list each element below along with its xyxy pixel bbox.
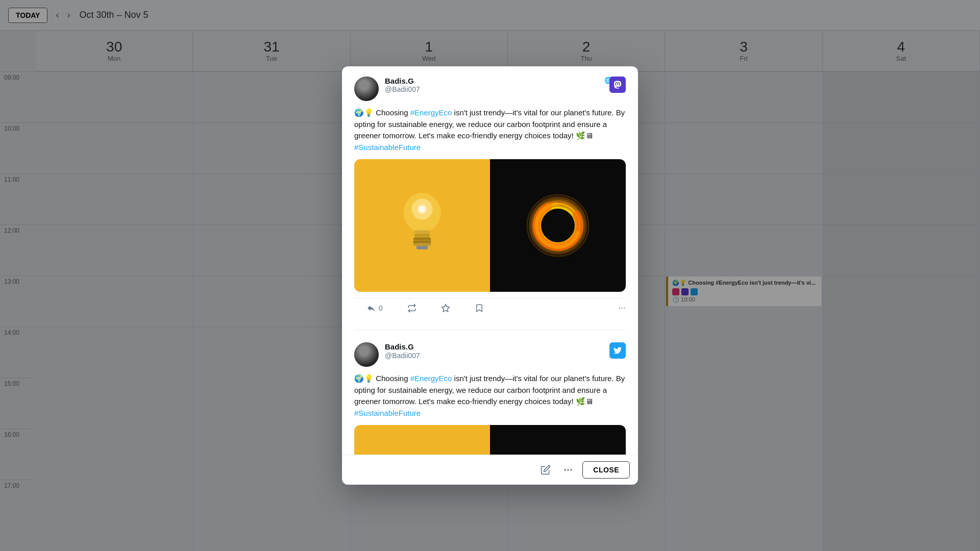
more-button-1[interactable]: ··· — [618, 303, 626, 313]
svg-marker-19 — [442, 304, 449, 311]
close-button[interactable]: CLOSE — [582, 461, 630, 479]
modal-scroll-area[interactable]: Badis.G @Badii007 🌐 19h 🌍💡 Choosing #Ene… — [342, 66, 638, 455]
image-ring — [490, 159, 626, 292]
hashtag-energy-1[interactable]: #EnergyEco — [410, 108, 452, 117]
avatar-2 — [354, 342, 379, 367]
mastodon-icon — [609, 77, 626, 93]
post-header-1: Badis.G @Badii007 🌐 19h — [354, 77, 626, 101]
hashtag-energy-2[interactable]: #EnergyEco — [410, 374, 452, 383]
post-username-2: Badis.G — [385, 342, 414, 351]
bookmark-icon — [475, 304, 484, 313]
svg-rect-9 — [413, 243, 431, 246]
hashtag-sustainable-1[interactable]: #SustainableFuture — [354, 143, 421, 152]
strip-image-right — [490, 425, 626, 455]
svg-point-20 — [565, 469, 566, 470]
post-card-2: Badis.G @Badii007 🌍💡 Choosing #EnergyEco… — [354, 342, 626, 455]
svg-point-21 — [568, 469, 569, 470]
svg-point-3 — [419, 206, 425, 212]
reply-icon-2 — [366, 304, 376, 313]
image-bulb — [354, 159, 490, 292]
post-modal: Badis.G @Badii007 🌐 19h 🌍💡 Choosing #Ene… — [342, 66, 638, 485]
modal-footer: CLOSE — [342, 455, 638, 485]
bookmark-button-1[interactable] — [475, 304, 484, 313]
svg-rect-10 — [416, 246, 428, 249]
post-meta-1: Badis.G @Badii007 — [385, 77, 604, 93]
post-handle-1: @Badii007 — [385, 85, 604, 93]
post-header-2: Badis.G @Badii007 — [354, 342, 626, 367]
edit-icon — [541, 465, 551, 475]
reply-button-1[interactable]: 0 — [354, 304, 383, 313]
reply-icon — [354, 304, 363, 313]
reply-count-1: 0 — [379, 304, 383, 312]
edit-button[interactable] — [537, 462, 554, 478]
post-images-1 — [354, 159, 626, 292]
svg-point-22 — [570, 469, 572, 470]
post-text-1: 🌍💡 Choosing #EnergyEco isn't just trendy… — [354, 107, 626, 153]
star-icon — [441, 304, 450, 313]
post-images-strip-2 — [354, 425, 626, 455]
post-username-1: Badis.G — [385, 77, 414, 85]
retweet-button-1[interactable] — [407, 304, 416, 313]
post-handle-2: @Badii007 — [385, 352, 626, 360]
retweet-icon — [407, 304, 416, 313]
svg-rect-5 — [414, 234, 430, 238]
avatar-1 — [354, 77, 379, 101]
twitter-icon — [609, 342, 626, 359]
more-dots-icon — [563, 465, 573, 475]
post-card-1: Badis.G @Badii007 🌐 19h 🌍💡 Choosing #Ene… — [354, 77, 626, 317]
like-button-1[interactable] — [441, 304, 450, 313]
strip-image-left — [354, 425, 490, 455]
hashtag-sustainable-2[interactable]: #SustainableFuture — [354, 409, 421, 417]
post-text-2: 🌍💡 Choosing #EnergyEco isn't just trendy… — [354, 373, 626, 419]
more-options-button[interactable] — [560, 462, 576, 478]
post-actions-1: 0 — [354, 298, 626, 317]
post-meta-2: Badis.G @Badii007 — [385, 342, 626, 360]
post-divider — [354, 330, 626, 330]
